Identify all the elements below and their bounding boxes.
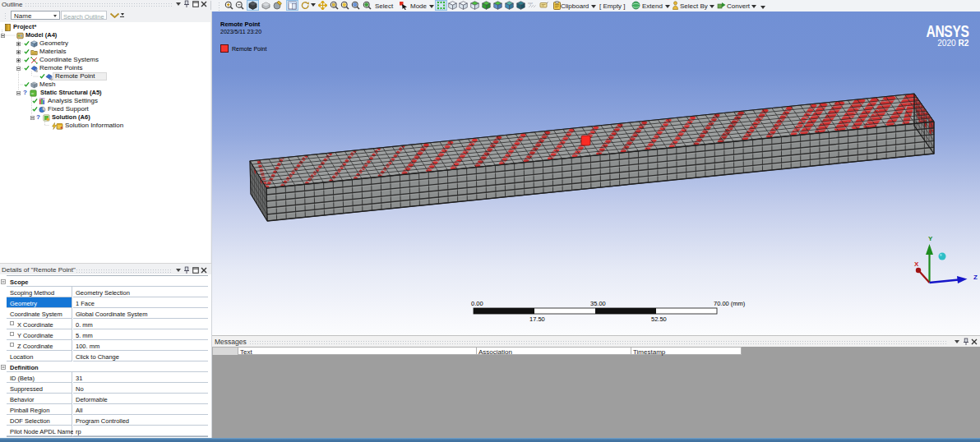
svg-text:xyz: xyz [528, 1, 533, 5]
